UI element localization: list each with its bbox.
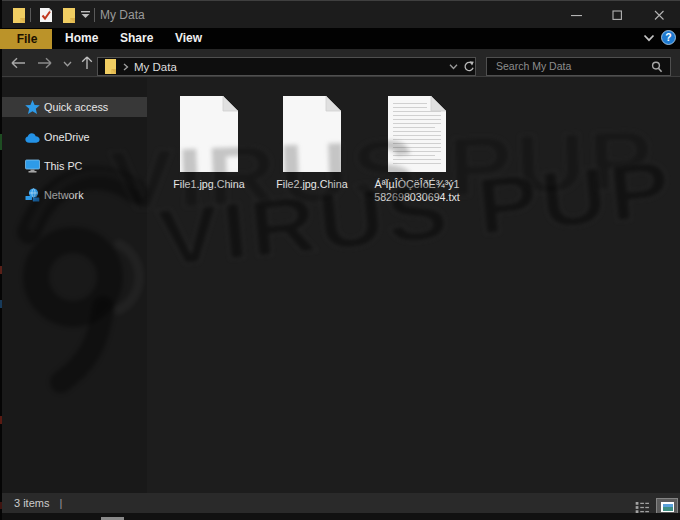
svg-text:?: ? xyxy=(665,31,671,43)
